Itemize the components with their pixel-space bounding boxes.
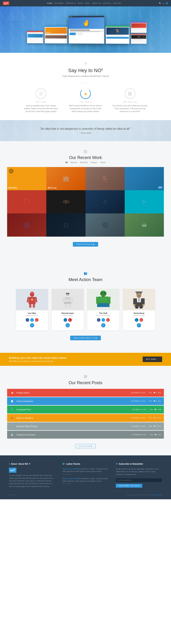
svg-point-51: [133, 304, 135, 306]
hulk-more[interactable]: +: [101, 323, 105, 328]
cta-buy-button[interactable]: BUY NOW →: [143, 356, 162, 362]
portfolio-item-boldial[interactable]: B BOLDIAL: [7, 167, 46, 190]
go-blog-button[interactable]: GO TO BLOG ▶: [76, 444, 95, 448]
filter-polygon[interactable]: Polygon: [91, 162, 97, 164]
stormtrooper-role: Chief Designer: [52, 314, 84, 316]
svg-point-30: [101, 293, 103, 294]
filter-abstract[interactable]: Abstract: [71, 162, 77, 164]
cta-subtitle: Buy NO8 now and build your own business …: [9, 360, 67, 362]
hulk-avatar: [87, 289, 119, 310]
portfolio-item-deer[interactable]: 🦌: [85, 167, 125, 190]
cta-title: Building your own web has never been eas…: [9, 356, 67, 360]
tweet-1-meta: 447 days ago: [62, 473, 109, 476]
portfolio-title: Our Recent Work: [0, 155, 171, 160]
blog-post-nature[interactable]: 🎵 Nature Is Speaking OCTOBER 27, 2014 👁7…: [7, 414, 164, 422]
blog-post-polygon-island[interactable]: 🏔 Polygon Island OCTOBER 26, 2014 👁7 💬5 …: [7, 389, 164, 397]
navigation: NO8 HOME FEATURES PORTFOLIO BLOG SHOP AB…: [0, 0, 171, 6]
post-stats-1: 👁7 💬5 ♥41: [149, 392, 161, 394]
blog-post-labyrinth[interactable]: 🔗 A Labyrinth Post OCTOBER 27, 2014 👁6 💬…: [7, 406, 164, 414]
blog-post-greek[interactable]: 📄 Greek paragraphos OCTOBER 27, 2014 👁7 …: [7, 397, 164, 405]
ironman-facebook[interactable]: f: [26, 318, 29, 322]
svg-rect-3: [130, 92, 132, 93]
ironman-twitter[interactable]: t: [30, 318, 34, 322]
post-views-1: 👁7: [149, 392, 152, 394]
quote-author: - Oscar Wilde: [21, 132, 150, 134]
search-icon[interactable]: 🔍: [159, 2, 161, 4]
feature-feeling-text: You will fall in love with it within few…: [112, 104, 148, 113]
nav-shop[interactable]: SHOP: [85, 2, 90, 4]
info-icon: ℹ: [9, 462, 10, 465]
feature-feeling-circle: [125, 88, 135, 99]
filter-all[interactable]: All: [65, 162, 68, 164]
svg-rect-25: [65, 304, 67, 308]
footer-newsletter-title: ✉ Subscribe to Newsletter: [116, 462, 162, 465]
footer-theme-link[interactable]: NO8 Theme: [155, 494, 162, 496]
ironman-more[interactable]: +: [30, 323, 34, 328]
svg-rect-2: [128, 92, 130, 93]
portfolio-item-minicorp[interactable]: 🏢 Minicorp: [46, 167, 85, 190]
footer-bottom-right: Proudly powered by WordPress • Design by…: [126, 494, 162, 496]
svg-point-27: [100, 291, 107, 296]
ironman-google[interactable]: g+: [35, 318, 38, 322]
ironman-avatar: [16, 289, 48, 310]
post-title-1: Polygon Island: [16, 392, 131, 394]
post-stats-5: 👁6 💬0 ♥11: [149, 426, 161, 427]
svg-rect-4: [128, 94, 130, 95]
quote-section: "An idea that is not dangerous is unwort…: [0, 120, 171, 141]
read-more-button[interactable]: READ MORE ABOUT US ▶: [70, 336, 101, 340]
post-stats-4: 👁7 💬0 ♥11: [149, 417, 161, 419]
svg-rect-33: [102, 296, 105, 297]
blog-section: 📰 Our Recent Posts 🏔 Polygon Island OCTO…: [0, 366, 171, 456]
hulk-facebook[interactable]: f: [97, 318, 100, 322]
blog-post-picasso[interactable]: " Quote by Pablo Picasso OCTOBER 27, 201…: [7, 422, 164, 430]
portfolio-item-batman[interactable]: 🦇: [46, 190, 85, 214]
heisenberg-social: in g+: [123, 318, 155, 322]
subscribe-button[interactable]: Subscribe this now!: [116, 484, 142, 488]
blog-post-chasing[interactable]: ▦ Chasing Your Dreams OCTOBER 26, 2014 👁…: [7, 431, 164, 438]
nav-portfolio[interactable]: PORTFOLIO: [66, 2, 76, 4]
portfolio-item-dark-red[interactable]: 🌀: [7, 214, 46, 236]
heisenberg-role: Support Analyst: [123, 314, 155, 316]
heisenberg-google[interactable]: g+: [140, 318, 143, 322]
newsletter-email-input[interactable]: [116, 478, 162, 482]
portfolio-item-sphere[interactable]: ⬡: [46, 214, 85, 236]
hulk-twitter[interactable]: t: [102, 318, 105, 322]
svg-rect-13: [30, 292, 34, 294]
cta-text: Building your own web has never been eas…: [9, 356, 67, 362]
nav-get[interactable]: GET NO8: [113, 2, 121, 4]
nav-contact[interactable]: CONTACT: [103, 2, 111, 4]
footer-about-text: Are you a blogger or do you own website?…: [9, 474, 55, 488]
portfolio-item-dark-abstract[interactable]: ◇: [85, 190, 125, 214]
feature-feeling: THE FEELING You will fall in love with i…: [112, 88, 148, 113]
plus-icon[interactable]: +: [163, 2, 164, 5]
tweet-2-link[interactable]: https://t.co/yUYJUdeMd5: [62, 478, 80, 480]
nav-home[interactable]: HOME: [47, 2, 52, 4]
post-date-5: OCTOBER 27, 2014: [131, 426, 146, 427]
filter-illustration[interactable]: Illustration: [80, 162, 88, 164]
hulk-google[interactable]: g+: [106, 318, 110, 322]
portfolio-item-gray-sphere[interactable]: 🌑: [85, 214, 125, 236]
heisenberg-linkedin[interactable]: in: [135, 318, 138, 322]
blog-icon: 📰: [84, 375, 87, 378]
stormtrooper-youtube[interactable]: ▶: [68, 318, 72, 322]
tweet-1-link[interactable]: https://t.co/yUYJUdeMd5: [62, 468, 80, 470]
portfolio-item-birds[interactable]: 🐦: [125, 190, 164, 214]
filter-theme[interactable]: Theme: [100, 162, 106, 164]
svg-rect-22: [64, 302, 71, 304]
nav-logo[interactable]: NO8: [3, 2, 9, 5]
feature-feeling-label: THE FEELING: [112, 101, 148, 103]
portfolio-item-landscape[interactable]: 🏔: [125, 214, 164, 236]
nav-blog[interactable]: BLOG: [78, 2, 83, 4]
nav-features[interactable]: FEATURES: [54, 2, 64, 4]
portfolio-filters: All Abstract Illustration Polygon Theme: [0, 162, 171, 164]
nav-about[interactable]: ABOUT US: [92, 2, 101, 4]
post-stats-6: 👁0 💬0 ♥2: [150, 434, 161, 436]
portfolio-item-red-abstract[interactable]: ⭕: [7, 190, 46, 214]
view-portfolio-button[interactable]: VIEW PORTFOLIO ▶: [73, 242, 98, 246]
team-section: 👥 Meet Action Team: [0, 263, 171, 353]
globe-icon[interactable]: 🌐: [166, 2, 168, 4]
portfolio-item-no8[interactable]: NO8: [125, 167, 164, 190]
stormtrooper-linkedin[interactable]: in: [64, 318, 67, 322]
heisenberg-more[interactable]: +: [137, 323, 141, 328]
stormtrooper-more[interactable]: +: [66, 323, 70, 328]
